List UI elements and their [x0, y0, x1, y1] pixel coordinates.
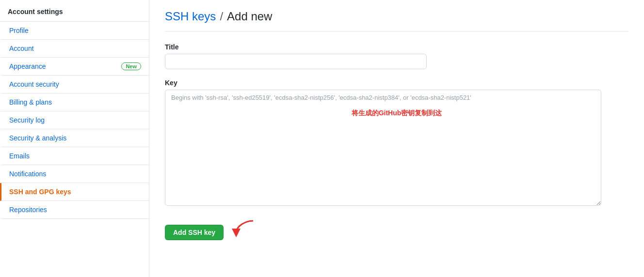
key-form-group: Key 将生成的GitHub密钥复制到这: [165, 79, 628, 207]
breadcrumb-separator: /: [220, 10, 223, 23]
add-ssh-key-button[interactable]: Add SSH key: [165, 225, 224, 240]
sidebar-item-account[interactable]: Account: [0, 40, 149, 58]
title-input[interactable]: [165, 54, 427, 69]
sidebar-item-notifications[interactable]: Notifications: [0, 165, 149, 183]
sidebar-item-label-notifications: Notifications: [9, 170, 46, 178]
sidebar-item-label-account-security: Account security: [9, 80, 59, 88]
sidebar-item-appearance[interactable]: AppearanceNew: [0, 58, 149, 76]
sidebar-item-label-ssh-gpg-keys: SSH and GPG keys: [9, 188, 71, 196]
sidebar-item-label-emails: Emails: [9, 152, 30, 160]
arrow-icon: [231, 218, 256, 239]
sidebar-heading: Account settings: [0, 0, 149, 22]
sidebar-item-label-account: Account: [9, 45, 34, 52]
key-textarea[interactable]: [165, 90, 601, 206]
sidebar-item-ssh-gpg-keys[interactable]: SSH and GPG keys: [0, 183, 149, 201]
sidebar-item-label-repositories: Repositories: [9, 206, 47, 214]
sidebar-item-repositories[interactable]: Repositories: [0, 201, 149, 219]
sidebar-item-emails[interactable]: Emails: [0, 147, 149, 165]
sidebar-item-security-log[interactable]: Security log: [0, 111, 149, 129]
sidebar: Account settings ProfileAccountAppearanc…: [0, 0, 149, 277]
sidebar-item-billing-plans[interactable]: Billing & plans: [0, 93, 149, 111]
page-header: SSH keys / Add new: [165, 10, 628, 31]
key-container: 将生成的GitHub密钥复制到这: [165, 90, 628, 207]
breadcrumb-link[interactable]: SSH keys: [165, 10, 216, 23]
sidebar-item-label-appearance: Appearance: [9, 62, 46, 70]
main-content: SSH keys / Add new Title Key 将生成的GitHub密…: [149, 0, 644, 277]
key-label: Key: [165, 79, 628, 87]
sidebar-item-profile[interactable]: Profile: [0, 22, 149, 40]
title-label: Title: [165, 43, 628, 51]
submit-row: Add SSH key: [165, 217, 628, 240]
sidebar-badge-appearance: New: [121, 62, 141, 70]
breadcrumb-current: Add new: [227, 10, 272, 23]
sidebar-item-label-security-analysis: Security & analysis: [9, 134, 66, 142]
sidebar-item-label-security-log: Security log: [9, 116, 45, 124]
title-form-group: Title: [165, 43, 628, 69]
sidebar-item-security-analysis[interactable]: Security & analysis: [0, 129, 149, 147]
sidebar-item-label-profile: Profile: [9, 27, 29, 34]
sidebar-item-label-billing-plans: Billing & plans: [9, 98, 52, 106]
sidebar-item-account-security[interactable]: Account security: [0, 76, 149, 93]
